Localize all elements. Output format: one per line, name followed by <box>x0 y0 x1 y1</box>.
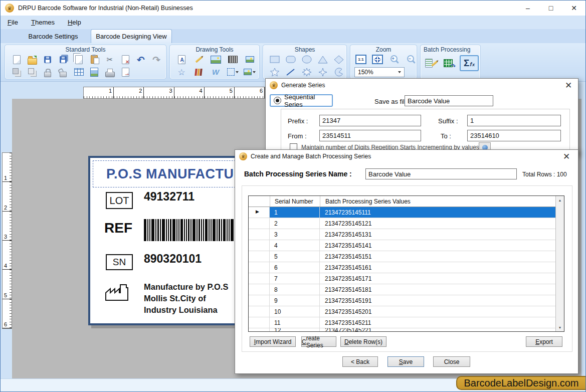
serial-number-cell[interactable]: 10 <box>270 306 320 317</box>
series-values-header[interactable]: Batch Processing Series Values <box>320 196 564 207</box>
barcode-label-card[interactable]: P.O.S MANUFACTU LOT 49132711 REF <box>88 156 255 325</box>
ellipse-shape-icon[interactable] <box>300 54 313 66</box>
table-row[interactable]: 11 21347235145211 <box>249 317 555 328</box>
label-title[interactable]: P.O.S MANUFACTU <box>93 166 234 182</box>
image-tool-icon[interactable] <box>209 54 222 66</box>
series-value-cell[interactable]: 21347235145221 <box>320 328 555 332</box>
series-value-cell[interactable]: 21347235145171 <box>320 273 555 284</box>
row-selector-cell[interactable] <box>249 262 270 273</box>
pie-shape-icon[interactable] <box>332 66 345 78</box>
table-row[interactable]: 1 21347235145111 <box>249 207 555 218</box>
zoom-out-icon[interactable]: − <box>404 54 417 66</box>
table-row[interactable]: 9 21347235145191 <box>249 295 555 306</box>
row-selector-cell[interactable] <box>249 273 270 284</box>
pencil-tool-icon[interactable] <box>192 54 205 66</box>
table-row[interactable]: 12 21347235145221 <box>249 328 555 332</box>
sn-symbol[interactable]: SN <box>106 254 133 270</box>
back-button[interactable]: < Back <box>342 356 378 367</box>
minimize-button[interactable]: – <box>516 1 539 16</box>
table-scrollbar[interactable]: ▲ ▼ <box>555 196 564 331</box>
table-row[interactable]: 8 21347235145181 <box>249 284 555 295</box>
sequential-series-radio-group[interactable]: Sequential Series <box>270 94 333 107</box>
export-button[interactable]: Export <box>526 336 562 347</box>
series-value-cell[interactable]: 21347235145121 <box>320 218 555 229</box>
serial-number-cell[interactable]: 4 <box>270 240 320 251</box>
redo-icon[interactable]: ↷ <box>150 54 163 66</box>
serial-number-cell[interactable]: 11 <box>270 317 320 328</box>
zoom-in-icon[interactable]: + <box>387 54 401 66</box>
series-name-input[interactable]: Barcode Value <box>365 168 517 179</box>
series-value-cell[interactable]: 21347235145161 <box>320 262 555 273</box>
ungroup-objects-icon[interactable] <box>26 66 39 78</box>
close-icon[interactable]: ✕ <box>561 151 572 162</box>
paste-icon[interactable] <box>88 54 101 66</box>
table-row[interactable]: 7 21347235145171 <box>249 273 555 284</box>
zoom-level-combobox[interactable]: 150% <box>354 67 405 77</box>
menu-help[interactable]: Help <box>68 19 81 26</box>
library-icon[interactable] <box>192 66 205 78</box>
frame-select-icon[interactable] <box>226 66 239 78</box>
row-selector-cell[interactable] <box>249 284 270 295</box>
sn-value[interactable]: 890320101 <box>144 252 202 266</box>
triangle-shape-icon[interactable] <box>316 54 329 66</box>
lot-value[interactable]: 49132711 <box>144 190 194 204</box>
manufacturer-factory-icon[interactable] <box>104 282 129 304</box>
series-value-cell[interactable]: 21347235145201 <box>320 306 555 317</box>
group-objects-icon[interactable] <box>10 66 23 78</box>
serial-number-cell[interactable]: 5 <box>270 251 320 262</box>
row-selector-cell[interactable] <box>249 240 270 251</box>
label-title-selection-frame[interactable]: P.O.S MANUFACTU <box>93 160 251 187</box>
lock-icon[interactable] <box>41 66 54 78</box>
menu-file[interactable]: File <box>8 19 18 26</box>
to-input[interactable]: 23514610 <box>467 130 561 141</box>
save-button[interactable]: Save <box>387 356 424 367</box>
undo-icon[interactable]: ↶ <box>134 54 147 66</box>
sequential-series-radio[interactable] <box>274 97 281 104</box>
series-value-cell[interactable]: 21347235145151 <box>320 251 555 262</box>
close-button[interactable]: ✕ <box>562 1 585 16</box>
copy-icon[interactable] <box>72 54 85 66</box>
picture-add-icon[interactable] <box>243 54 256 66</box>
edit-series-icon[interactable] <box>424 57 437 69</box>
create-series-button[interactable]: Create Series <box>301 336 336 347</box>
series-value-cell[interactable]: 21347235145191 <box>320 295 555 306</box>
serial-number-cell[interactable]: 12 <box>270 328 320 332</box>
star-shape-icon[interactable] <box>268 66 281 78</box>
import-wizard-button[interactable]: Import Wizard <box>250 336 296 347</box>
serial-number-cell[interactable]: 6 <box>270 262 320 273</box>
series-value-cell[interactable]: 21347235145111 <box>320 207 555 218</box>
series-value-cell[interactable]: 21347235145131 <box>320 229 555 240</box>
row-selector-cell[interactable] <box>249 251 270 262</box>
row-selector-cell[interactable] <box>249 229 270 240</box>
serial-number-cell[interactable]: 8 <box>270 284 320 295</box>
tab-barcode-settings[interactable]: Barcode Settings <box>16 29 91 43</box>
table-row[interactable]: 5 21347235145151 <box>249 251 555 262</box>
zoom-actual-size-icon[interactable]: 1:1 <box>354 54 367 66</box>
lot-symbol[interactable]: LOT <box>106 192 133 209</box>
serial-number-cell[interactable]: 2 <box>270 218 320 229</box>
open-file-icon[interactable] <box>26 54 39 66</box>
zoom-fit-icon[interactable] <box>371 54 384 66</box>
row-selector-cell[interactable] <box>249 207 270 218</box>
custom-shape-icon[interactable]: ☆ <box>175 66 188 78</box>
print-preview-icon[interactable] <box>88 66 101 78</box>
manufacturer-text[interactable]: Manufacture by P.O.S Mollis St.City of I… <box>144 281 228 316</box>
series-value-cell[interactable]: 21347235145181 <box>320 284 555 295</box>
generate-series-tool-selected[interactable]: Σfx <box>460 55 479 71</box>
line-shape-icon[interactable] <box>284 66 297 78</box>
row-selector-cell[interactable] <box>249 317 270 328</box>
text-tool-icon[interactable] <box>175 54 188 66</box>
burst-shape-icon[interactable] <box>300 66 313 78</box>
delete-rows-button[interactable]: Delete Row(s) <box>340 336 386 347</box>
ref-symbol[interactable]: REF <box>104 220 132 236</box>
save-as-file-name-input[interactable]: Barcode Value <box>405 95 493 106</box>
series-value-cell[interactable]: 21347235145211 <box>320 317 555 328</box>
suffix-input[interactable]: 1 <box>467 115 561 126</box>
table-row[interactable]: 3 21347235145131 <box>249 229 555 240</box>
rounded-rectangle-shape-icon[interactable] <box>284 54 297 66</box>
clipart-icon[interactable] <box>243 66 256 78</box>
serial-number-cell[interactable]: 1 <box>270 207 320 218</box>
tab-barcode-designing-view[interactable]: Barcode Designing View <box>91 29 172 43</box>
row-selector-cell[interactable] <box>249 295 270 306</box>
table-row[interactable]: 6 21347235145161 <box>249 262 555 273</box>
